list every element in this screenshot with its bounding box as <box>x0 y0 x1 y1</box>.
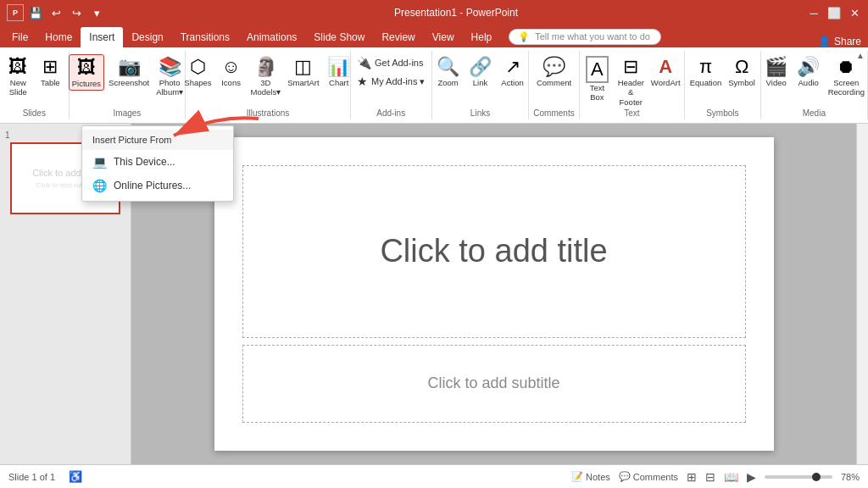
minimize-button[interactable]: ─ <box>807 6 821 19</box>
new-slide-button[interactable]: 🖼 NewSlide <box>3 54 33 99</box>
online-pictures-option[interactable]: 🌐 Online Pictures... <box>82 174 233 197</box>
addins-group-label: Add-ins <box>376 108 405 119</box>
screen-recording-icon: ⏺ <box>837 56 855 78</box>
customize-button[interactable]: ▾ <box>88 4 105 21</box>
comments-button[interactable]: 💬 Comments <box>619 471 678 482</box>
text-group-items: A TextBox ⊟ Header& Footer A WordArt <box>581 51 682 108</box>
slide-count: Slide 1 of 1 <box>8 472 55 482</box>
equation-button[interactable]: π Equation <box>687 54 725 89</box>
ribbon-collapse-button[interactable]: ▲ <box>856 47 868 123</box>
notes-icon: 📝 <box>571 471 583 482</box>
header-footer-icon: ⊟ <box>623 56 638 78</box>
tab-home[interactable]: Home <box>36 27 81 47</box>
slide-title-placeholder: Click to add title <box>380 233 607 269</box>
online-pictures-label: Online Pictures... <box>114 180 191 191</box>
audio-icon: 🔊 <box>797 56 820 78</box>
illustrations-group-label: Illustrations <box>247 108 290 119</box>
share-button[interactable]: 👤 Share <box>818 36 861 47</box>
zoom-slider[interactable] <box>765 475 832 479</box>
ribbon-group-symbols: π Equation Ω Symbol Symbols <box>685 51 761 119</box>
this-device-option[interactable]: 💻 This Device... <box>82 150 233 174</box>
illustrations-group-items: ⬡ Shapes ☺ Icons 🗿 3DModels▾ ◫ SmartArt … <box>181 51 353 108</box>
smartart-icon: ◫ <box>294 56 312 78</box>
status-right: 📝 Notes 💬 Comments ⊞ ⊟ 📖 ▶ 78% <box>571 470 860 484</box>
symbol-button[interactable]: Ω Symbol <box>726 54 758 89</box>
tell-me-bar[interactable]: 💡 Tell me what you want to do <box>509 29 661 45</box>
slide-title-area[interactable]: Click to add title <box>242 165 746 338</box>
person-icon: 👤 <box>818 36 831 47</box>
smartart-button[interactable]: ◫ SmartArt <box>285 54 321 89</box>
action-button[interactable]: ↗ Action <box>498 54 528 89</box>
tab-help[interactable]: Help <box>463 27 501 47</box>
comments-icon: 💬 <box>619 471 631 482</box>
pictures-icon: 🖼 <box>77 57 96 79</box>
window-title: Presentation1 - PowerPoint <box>394 7 518 19</box>
tab-view[interactable]: View <box>424 27 463 47</box>
ribbon: 🖼 NewSlide ⊞ Table Slides 🖼 Pictures 📷 S… <box>0 47 868 124</box>
tab-file[interactable]: File <box>3 27 36 47</box>
comments-group-items: 💬 Comment <box>534 51 574 108</box>
chevron-up-icon: ▲ <box>856 51 865 60</box>
tab-transitions[interactable]: Transitions <box>172 27 238 47</box>
shapes-button[interactable]: ⬡ Shapes <box>181 54 214 89</box>
screenshot-icon: 📷 <box>118 56 141 78</box>
slide-subtitle-area[interactable]: Click to add subtitle <box>242 345 746 424</box>
symbols-group-label: Symbols <box>706 108 738 119</box>
online-pictures-icon: 🌐 <box>92 179 107 192</box>
screenshot-button[interactable]: 📷 Screenshot <box>106 54 152 89</box>
slides-group-label: Slides <box>23 108 46 119</box>
wordart-icon: A <box>659 56 672 78</box>
tab-review[interactable]: Review <box>373 27 423 47</box>
close-button[interactable]: ✕ <box>848 6 861 19</box>
this-device-icon: 💻 <box>92 155 107 169</box>
view-normal-button[interactable]: ⊞ <box>687 470 697 484</box>
ribbon-group-media: 🎬 Video 🔊 Audio ⏺ ScreenRecording Media <box>761 51 868 119</box>
pictures-button[interactable]: 🖼 Pictures <box>69 54 104 91</box>
view-reading-button[interactable]: 📖 <box>724 470 738 484</box>
slide-canvas[interactable]: Click to add title Click to add subtitle <box>214 137 774 451</box>
zoom-level: 78% <box>841 472 860 482</box>
redo-button[interactable]: ↪ <box>68 4 85 21</box>
link-button[interactable]: 🔗 Link <box>465 54 496 89</box>
ribbon-group-links: 🔍 Zoom 🔗 Link ↗ Action Links <box>432 51 530 119</box>
get-addins-button[interactable]: 🔌 Get Add-ins <box>353 54 427 71</box>
title-bar: P 💾 ↩ ↪ ▾ Presentation1 - PowerPoint ─ ⬜… <box>0 0 868 25</box>
zoom-button[interactable]: 🔍 Zoom <box>433 54 464 89</box>
dropdown-header: Insert Picture From <box>82 130 233 150</box>
table-button[interactable]: ⊞ Table <box>35 54 65 89</box>
tab-slideshow[interactable]: Slide Show <box>305 27 373 47</box>
chart-button[interactable]: 📊 Chart <box>324 54 354 89</box>
icons-button[interactable]: ☺ Icons <box>216 54 247 89</box>
header-footer-button[interactable]: ⊟ Header& Footer <box>614 54 648 108</box>
wordart-button[interactable]: A WordArt <box>649 54 682 89</box>
ribbon-group-illustrations: ⬡ Shapes ☺ Icons 🗿 3DModels▾ ◫ SmartArt … <box>186 51 350 119</box>
ribbon-group-slides: 🖼 NewSlide ⊞ Table Slides <box>0 51 70 119</box>
my-addins-icon: ★ <box>357 75 368 88</box>
tab-design[interactable]: Design <box>123 27 171 47</box>
view-slideshow-button[interactable]: ▶ <box>747 470 756 484</box>
3d-models-icon: 🗿 <box>254 56 277 78</box>
addins-group-items: 🔌 Get Add-ins ★ My Add-ins ▾ <box>353 51 429 108</box>
tab-insert[interactable]: Insert <box>81 27 123 47</box>
video-icon: 🎬 <box>765 56 787 78</box>
ribbon-group-comments: 💬 Comment Comments <box>529 51 579 119</box>
ribbon-group-text: A TextBox ⊟ Header& Footer A WordArt Tex… <box>580 51 685 119</box>
3d-models-button[interactable]: 🗿 3DModels▾ <box>248 54 284 99</box>
zoom-thumb[interactable] <box>812 473 821 481</box>
textbox-icon: A <box>586 56 609 83</box>
restore-button[interactable]: ⬜ <box>827 6 841 19</box>
undo-button[interactable]: ↩ <box>47 4 64 21</box>
tab-animations[interactable]: Animations <box>238 27 305 47</box>
video-button[interactable]: 🎬 Video <box>761 54 792 89</box>
audio-button[interactable]: 🔊 Audio <box>793 54 824 89</box>
textbox-button[interactable]: A TextBox <box>581 54 612 104</box>
view-slidesorter-button[interactable]: ⊟ <box>705 470 715 484</box>
ribbon-group-addins: 🔌 Get Add-ins ★ My Add-ins ▾ Add-ins <box>351 51 432 119</box>
notes-button[interactable]: 📝 Notes <box>571 471 610 482</box>
my-addins-button[interactable]: ★ My Add-ins ▾ <box>353 73 429 90</box>
comment-button[interactable]: 💬 Comment <box>534 54 574 89</box>
save-button[interactable]: 💾 <box>27 4 44 21</box>
action-icon: ↗ <box>505 56 520 78</box>
new-slide-icon: 🖼 <box>8 56 27 78</box>
vertical-scrollbar[interactable] <box>856 124 868 464</box>
